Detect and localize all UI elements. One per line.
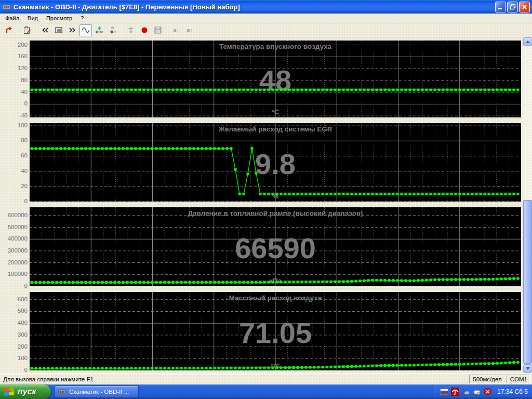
chart-title: Массовый расход воздуха bbox=[229, 294, 322, 302]
chart-title: Температура впускного воздуха bbox=[219, 43, 332, 50]
vertical-scrollbar[interactable] bbox=[523, 37, 532, 373]
chevron-up-icon bbox=[526, 41, 530, 43]
y-tick-label: 80 bbox=[2, 77, 28, 84]
menu-view[interactable]: Вид bbox=[23, 14, 42, 22]
font-larger-label: a↑ bbox=[187, 27, 193, 33]
y-tick-label: 20 bbox=[2, 183, 28, 190]
chart-plot[interactable]: Температура впускного воздуха 48 °C bbox=[30, 41, 521, 117]
y-axis-labels: 6000005000004000003000002000001000000 bbox=[0, 207, 30, 286]
usb-device-icon[interactable] bbox=[461, 388, 470, 396]
status-bar: Для вызова справки нажмите F1 500мс/дел … bbox=[0, 373, 532, 384]
start-button[interactable]: пуск bbox=[0, 384, 51, 399]
record-icon bbox=[140, 26, 149, 34]
next-page-button[interactable] bbox=[66, 24, 78, 36]
menu-file[interactable]: Файл bbox=[1, 14, 23, 22]
y-tick-label: -40 bbox=[2, 112, 28, 119]
red-up-arrow-icon bbox=[5, 26, 13, 34]
scroll-down-button[interactable] bbox=[523, 364, 532, 373]
app-icon bbox=[2, 3, 11, 11]
language-flag-icon[interactable] bbox=[440, 388, 448, 396]
y-axis-labels: 20016012080400-40 bbox=[0, 41, 30, 117]
scrollbar-thumb[interactable] bbox=[523, 200, 532, 364]
collapse-scale-minus-icon bbox=[109, 26, 117, 34]
chart-current-value: 66590 bbox=[235, 232, 316, 264]
chart-title: Желаемый расход системы EGR bbox=[218, 125, 332, 133]
y-tick-label: 300000 bbox=[2, 247, 28, 254]
chart-unit: °C bbox=[271, 108, 279, 116]
chart-client-area: 20016012080400-40 Температура впускного … bbox=[0, 37, 532, 373]
y-tick-label: 80 bbox=[2, 137, 28, 144]
mouse-icon[interactable] bbox=[472, 388, 481, 396]
timebase-pane: 500мс/дел bbox=[469, 375, 505, 383]
chart-panel-mass-air-flow: 6005004003002001000 Массовый расход возд… bbox=[0, 292, 521, 370]
waveform-icon bbox=[82, 26, 90, 34]
y-tick-label: 0 bbox=[2, 100, 28, 107]
chart-plot[interactable]: Давление в топливной рампе (высокий диап… bbox=[30, 207, 521, 286]
minimize-button[interactable] bbox=[495, 2, 506, 12]
y-tick-label: 0 bbox=[2, 198, 28, 205]
expand-scale-plus-icon bbox=[95, 26, 103, 34]
y-tick-label: 400000 bbox=[2, 235, 28, 242]
y-tick-label: 600000 bbox=[2, 212, 28, 219]
y-tick-label: 100 bbox=[2, 355, 28, 362]
font-smaller-label: a↓ bbox=[173, 27, 179, 33]
zoom-in-time-button[interactable] bbox=[93, 24, 105, 36]
marker-button[interactable] bbox=[125, 24, 137, 36]
y-tick-label: 40 bbox=[2, 89, 28, 96]
windows-logo-icon bbox=[4, 387, 15, 396]
toolbar: a↓ a↑ bbox=[0, 23, 532, 37]
menu-help[interactable]: ? bbox=[76, 14, 88, 22]
y-tick-label: 200 bbox=[2, 42, 28, 48]
title-bar: Сканматик - OBD-II - Двигатель [$7E8] - … bbox=[0, 0, 532, 14]
menu-bar: Файл Вид Просмотр ? bbox=[0, 14, 532, 23]
list-icon bbox=[55, 26, 63, 34]
restore-button[interactable] bbox=[507, 2, 518, 12]
y-tick-label: 0 bbox=[2, 283, 28, 289]
taskbar-app-button[interactable]: Сканматик - OBD-II ... bbox=[55, 385, 139, 398]
restore-icon bbox=[510, 4, 516, 10]
toolbar-separator bbox=[36, 25, 36, 35]
exit-button[interactable] bbox=[3, 24, 15, 36]
close-button[interactable] bbox=[519, 2, 530, 12]
zoom-out-time-button[interactable] bbox=[107, 24, 119, 36]
chart-title: Давление в топливной рампе (высокий диап… bbox=[188, 209, 363, 217]
window-title: Сканматик - OBD-II - Двигатель [$7E8] - … bbox=[14, 3, 494, 11]
status-help-text: Для вызова справки нажмите F1 bbox=[0, 375, 469, 383]
chart-panel-egr-flow: 100806040200 Желаемый расход системы EGR… bbox=[0, 123, 521, 202]
prev-page-button[interactable] bbox=[39, 24, 51, 36]
y-tick-label: 200000 bbox=[2, 259, 28, 266]
edit-set-button[interactable] bbox=[21, 24, 33, 36]
font-smaller-button[interactable]: a↓ bbox=[170, 24, 182, 36]
start-label: пуск bbox=[18, 387, 36, 396]
menu-browse[interactable]: Просмотр bbox=[42, 14, 76, 22]
font-larger-button[interactable]: a↑ bbox=[183, 24, 196, 36]
chart-current-value: 9.8 bbox=[255, 148, 296, 180]
list-button[interactable] bbox=[52, 24, 65, 36]
taskbar: пуск Сканматик - OBD-II ... bbox=[0, 384, 532, 399]
clipboard-pencil-icon bbox=[23, 26, 31, 34]
toolbar-separator bbox=[18, 25, 18, 35]
double-chevron-left-icon bbox=[41, 26, 49, 34]
antivirus-umbrella-icon[interactable] bbox=[450, 388, 459, 396]
chart-plot[interactable]: Массовый расход воздуха 71.05 г/с bbox=[30, 292, 521, 370]
desktop: Сканматик - OBD-II - Двигатель [$7E8] - … bbox=[0, 0, 532, 399]
y-tick-label: 120 bbox=[2, 65, 28, 72]
record-button[interactable] bbox=[138, 24, 151, 36]
scroll-up-button[interactable] bbox=[523, 37, 532, 46]
y-tick-label: 40 bbox=[2, 168, 28, 175]
y-tick-label: 100000 bbox=[2, 271, 28, 277]
chart-current-value: 71.05 bbox=[239, 316, 312, 349]
save-graph-button[interactable] bbox=[152, 24, 164, 36]
y-tick-label: 100 bbox=[2, 122, 28, 129]
chart-current-value: 48 bbox=[259, 64, 291, 97]
marker-cursor-icon bbox=[127, 26, 135, 34]
graph-mode-button[interactable] bbox=[79, 24, 92, 36]
minimize-icon bbox=[498, 4, 503, 10]
chart-plot[interactable]: Желаемый расход системы EGR 9.8 % bbox=[30, 123, 521, 202]
security-shield-icon[interactable] bbox=[483, 388, 492, 396]
y-axis-labels: 6005004003002001000 bbox=[0, 292, 30, 370]
y-tick-label: 60 bbox=[2, 152, 28, 159]
tray-clock: 17:34 Сб 5 bbox=[497, 388, 528, 395]
chart-panel-intake-air-temperature: 20016012080400-40 Температура впускного … bbox=[0, 41, 521, 117]
y-tick-label: 200 bbox=[2, 343, 28, 350]
